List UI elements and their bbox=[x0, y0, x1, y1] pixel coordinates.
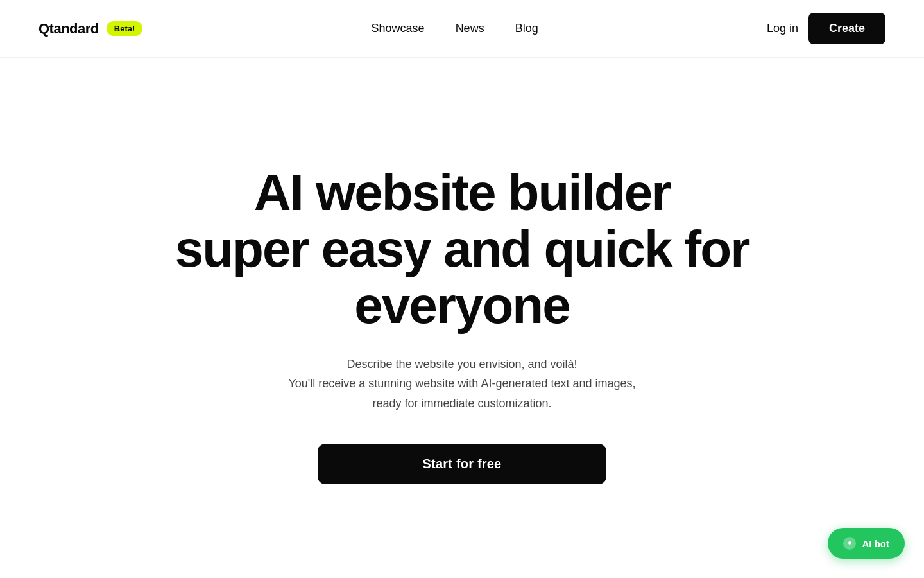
logo[interactable]: Qtandard bbox=[38, 21, 99, 37]
hero-title-line1: AI website builder bbox=[254, 164, 671, 221]
hero-title: AI website builder super easy and quick … bbox=[173, 164, 751, 334]
ai-bot-icon: ✦ bbox=[843, 537, 856, 550]
login-button[interactable]: Log in bbox=[767, 22, 798, 35]
nav-right: Log in Create bbox=[767, 13, 886, 44]
ai-bot-label: AI bot bbox=[862, 538, 890, 549]
hero-subtitle-line1: Describe the website you envision, and v… bbox=[346, 358, 577, 371]
nav-link-news[interactable]: News bbox=[456, 22, 484, 35]
start-for-free-button[interactable]: Start for free bbox=[318, 444, 606, 484]
hero-subtitle: Describe the website you envision, and v… bbox=[288, 355, 635, 414]
nav-center: Showcase News Blog bbox=[372, 22, 538, 35]
nav-link-showcase[interactable]: Showcase bbox=[372, 22, 425, 35]
hero-section: AI website builder super easy and quick … bbox=[0, 58, 924, 578]
ai-bot-bubble[interactable]: ✦ AI bot bbox=[828, 528, 905, 559]
nav-left: Qtandard Beta! bbox=[38, 21, 142, 37]
hero-subtitle-line2: You'll receive a stunning website with A… bbox=[288, 377, 635, 390]
navbar: Qtandard Beta! Showcase News Blog Log in… bbox=[0, 0, 924, 58]
hero-title-line2: super easy and quick for everyone bbox=[175, 220, 749, 334]
hero-subtitle-line3: ready for immediate customization. bbox=[372, 397, 551, 410]
beta-badge: Beta! bbox=[107, 21, 143, 36]
create-button[interactable]: Create bbox=[809, 13, 886, 44]
nav-link-blog[interactable]: Blog bbox=[515, 22, 538, 35]
